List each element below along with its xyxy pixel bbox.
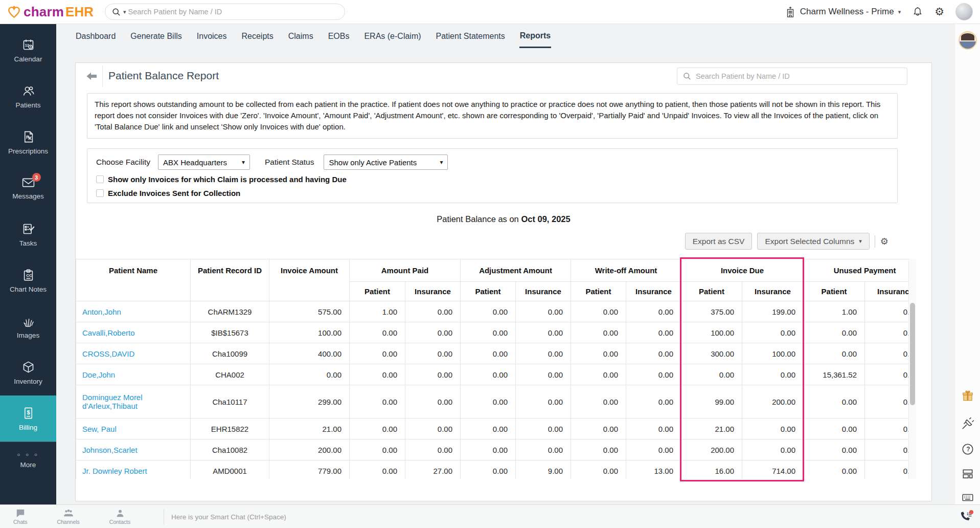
tab-receipts[interactable]: Receipts	[241, 26, 274, 47]
tab-eobs[interactable]: EOBs	[328, 26, 350, 47]
global-search[interactable]: ▾	[105, 4, 345, 20]
dock-contacts[interactable]: Contacts	[109, 509, 130, 525]
inventory-cube-icon	[21, 360, 35, 374]
table-scrollbar-thumb[interactable]	[910, 303, 915, 405]
patient-link[interactable]: Anton,John	[82, 307, 121, 316]
subcol-wo-insurance: Insurance	[626, 282, 681, 301]
patient-link[interactable]: Cavalli,Roberto	[82, 328, 135, 337]
sidebar-item-billing[interactable]: $ Billing	[0, 395, 56, 442]
report-search-input[interactable]	[696, 72, 902, 80]
charmehr-logo[interactable]: charmEHR	[7, 4, 94, 20]
person-icon	[116, 509, 125, 518]
sidebar-item-prescriptions[interactable]: R Prescriptions	[0, 119, 56, 165]
search-icon	[682, 72, 692, 81]
settings-gear-icon[interactable]: ⚙	[935, 7, 944, 17]
sidebar-item-messages[interactable]: 3 Messages	[0, 165, 56, 211]
table-row: Anton,John ChARM1329 575.00 1.00 0.00 0.…	[76, 301, 909, 322]
global-search-input[interactable]	[128, 8, 338, 16]
sidebar-item-images[interactable]: Images	[0, 303, 56, 349]
notifications-bell-icon[interactable]	[912, 6, 923, 18]
patient-link[interactable]: Johnson,Scarlet	[82, 446, 138, 454]
smart-chat-input-area[interactable]	[171, 512, 960, 521]
subcol-due-patient: Patient	[681, 282, 742, 301]
sidebar-item-tasks[interactable]: Tasks	[0, 211, 56, 257]
subcol-paid-patient: Patient	[350, 282, 405, 301]
report-patient-search[interactable]	[677, 68, 907, 85]
report-description: This report shows outstanding amount to …	[87, 93, 898, 139]
table-row: Dominguez Morel d'Arleux,Thibaut Cha1011…	[76, 385, 909, 419]
facility-select[interactable]: ABX Headquarters ▾	[158, 155, 250, 170]
phone-dialer-icon[interactable]	[960, 511, 972, 522]
sidebar-item-patients[interactable]: Patients	[0, 73, 56, 119]
sidebar-item-inventory[interactable]: Inventory	[0, 349, 56, 395]
col-unused-payment: Unused Payment	[804, 259, 908, 282]
search-type-caret-icon[interactable]: ▾	[123, 9, 126, 15]
tab-generate-bills[interactable]: Generate Bills	[130, 26, 183, 47]
svg-text:?: ?	[966, 446, 970, 453]
plug-integrations-icon[interactable]	[961, 417, 974, 430]
right-rail: ?	[954, 24, 980, 504]
prescription-rx-icon: R	[21, 130, 35, 144]
sidebar-item-more[interactable]: ○ ○ ○ More	[0, 442, 56, 478]
billing-tab-bar: Dashboard Generate Bills Invoices Receip…	[56, 24, 954, 49]
practice-selector[interactable]: Charm Wellness - Prime ▾	[785, 6, 901, 18]
sidebar-item-calendar[interactable]: 12 Calendar	[0, 27, 56, 73]
gift-rewards-icon[interactable]	[961, 389, 974, 403]
patient-link[interactable]: Sew, Paul	[82, 425, 117, 433]
dock-chats[interactable]: Chats	[13, 509, 27, 525]
tab-invoices[interactable]: Invoices	[196, 26, 227, 47]
patient-link[interactable]: Doe,John	[82, 370, 115, 379]
col-patient-record-id: Patient Record ID	[191, 259, 269, 301]
patient-link[interactable]: CROSS,DAVID	[82, 349, 134, 358]
claim-processed-checkbox[interactable]	[96, 175, 104, 183]
user-avatar[interactable]	[955, 3, 973, 20]
balance-table-zone: Patient Name Patient Record ID Invoice A…	[76, 259, 917, 479]
svg-text:CC: CC	[26, 273, 32, 278]
layout-panels-icon[interactable]	[961, 467, 974, 480]
xray-hand-icon	[21, 314, 35, 328]
sidebar-item-chart-notes[interactable]: CC Chart Notes	[0, 257, 56, 303]
tab-reports[interactable]: Reports	[519, 25, 551, 48]
table-row: CROSS,DAVID Cha10099 400.00 0.00 0.00 0.…	[76, 343, 909, 364]
select-caret-icon: ▾	[440, 159, 443, 165]
report-header: Patient Balance Report	[76, 63, 931, 90]
back-button[interactable]	[84, 69, 99, 83]
table-row: Cavalli,Roberto $IB$15673 100.00 0.00 0.…	[76, 322, 909, 343]
subcol-unused-insurance: Insurance	[865, 282, 908, 301]
left-sidebar: 12 Calendar Patients R Prescriptions 3 M…	[0, 24, 56, 504]
search-icon	[111, 7, 121, 17]
dock-channels[interactable]: Channels	[57, 509, 79, 525]
claim-processed-label: Show only Invoices for which Claim is pr…	[108, 175, 347, 184]
balance-table-clip: Patient Name Patient Record ID Invoice A…	[76, 259, 908, 479]
patient-status-label: Patient Status	[265, 158, 314, 167]
export-selected-columns-button[interactable]: Export Selected Columns ▾	[757, 233, 869, 250]
subcol-adj-patient: Patient	[461, 282, 516, 301]
chart-notes-clipboard-icon: CC	[21, 268, 35, 282]
practice-name: Charm Wellness - Prime	[800, 7, 894, 17]
main-content: Dashboard Generate Bills Invoices Receip…	[56, 24, 954, 504]
export-csv-button[interactable]: Export as CSV	[685, 233, 753, 250]
messages-envelope-icon: 3	[21, 177, 36, 189]
tab-patient-statements[interactable]: Patient Statements	[436, 26, 506, 47]
help-question-icon[interactable]: ?	[961, 443, 974, 456]
tab-claims[interactable]: Claims	[288, 26, 314, 47]
exclude-collection-checkbox[interactable]	[96, 189, 104, 197]
tab-eras[interactable]: ERAs (e-Claim)	[363, 26, 421, 47]
keyboard-shortcuts-icon[interactable]	[961, 491, 974, 504]
phone-notification-dot	[969, 510, 973, 514]
tab-dashboard[interactable]: Dashboard	[75, 26, 116, 47]
facility-label: Choose Facility	[96, 158, 150, 167]
assistant-avatar[interactable]	[959, 31, 977, 50]
top-bar: charmEHR ▾ Charm Wellness - Prime ▾ ⚙	[0, 0, 980, 24]
patient-status-select[interactable]: Show only Active Patients ▾	[324, 155, 448, 170]
patient-link[interactable]: Jr. Downley Robert	[82, 467, 147, 475]
table-row: Sew, Paul EHR15822 21.00 0.00 0.00 0.00 …	[76, 419, 909, 439]
patient-link[interactable]: Dominguez Morel d'Arleux,Thibaut	[82, 393, 143, 410]
balance-date: Oct 09, 2025	[521, 214, 570, 224]
smart-chat-input[interactable]	[171, 513, 920, 521]
table-row: Johnson,Scarlet Cha10082 200.00 0.00 0.0…	[76, 439, 909, 460]
table-row: Doe,John CHA002 0.00 0.00 0.00 0.00 0.00…	[76, 364, 909, 385]
column-settings-gear-icon[interactable]: ⚙	[880, 237, 888, 246]
page-title: Patient Balance Report	[108, 70, 219, 82]
heart-logo-icon	[7, 5, 21, 19]
